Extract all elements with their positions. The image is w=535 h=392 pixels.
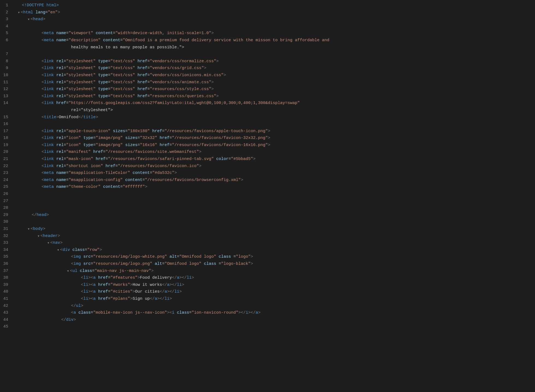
line-number: 24 (0, 177, 10, 184)
line-number: 14 (0, 100, 10, 107)
code-line: <meta name="description" content="Omnifo… (18, 37, 535, 44)
code-line: <link rel="icon" type="image/png" sizes=… (18, 142, 535, 149)
line-number: 27 (0, 198, 10, 205)
line-number: 44 (0, 317, 10, 324)
line-number: 36 (0, 261, 10, 268)
line-number (0, 44, 10, 51)
code-line: <li><a href="#cities">Our cities</a></li… (18, 289, 535, 296)
line-number: 37 (0, 268, 10, 275)
line-number: 29 (0, 212, 10, 219)
code-line: <meta name="viewport" content="width=dev… (18, 30, 535, 37)
line-number: 10 (0, 72, 10, 79)
line-number: 21 (0, 156, 10, 163)
code-line: <link rel="stylesheet" type="text/css" h… (18, 58, 535, 65)
code-line: ▼<header> (18, 233, 535, 240)
line-number: 17 (0, 128, 10, 135)
line-number: 4 (0, 23, 10, 30)
line-number: 19 (0, 142, 10, 149)
code-line: <li><a href="#features">Food delivery</a… (18, 275, 535, 282)
line-number: 23 (0, 170, 10, 177)
code-line: <link rel="stylesheet" type="text/css" h… (18, 86, 535, 93)
line-number: 43 (0, 310, 10, 317)
code-line: <link rel="icon" type="image/png" sizes=… (18, 135, 535, 142)
line-number: 9 (0, 65, 10, 72)
code-editor: 1234567891011121314151617181920212223242… (0, 0, 535, 392)
line-number: 35 (0, 254, 10, 261)
line-number: 11 (0, 79, 10, 86)
line-number: 34 (0, 247, 10, 254)
code-line: <link href="https://fonts.googleapis.com… (18, 100, 535, 107)
line-number: 16 (0, 121, 10, 128)
line-number: 20 (0, 149, 10, 156)
line-number: 7 (0, 51, 10, 58)
code-line: <link rel="stylesheet" type="text/css" h… (18, 93, 535, 100)
code-line: ▼<html lang="en"> (18, 9, 535, 16)
code-line: </div> (18, 317, 535, 324)
code-line: <li><a href="#plans">Sign up</a></li> (18, 296, 535, 303)
line-number: 5 (0, 30, 10, 37)
code-line: <meta name="theme-color" content="#fffff… (18, 184, 535, 191)
code-line (18, 323, 535, 331)
code-line: <meta name="msapplication-TileColor" con… (18, 170, 535, 177)
line-number: 38 (0, 275, 10, 282)
line-number: 2 (0, 9, 10, 16)
code-line: <link rel="mask-icon" href="/resources/f… (18, 156, 535, 163)
code-line: <li><a href="#works">How it works</a></l… (18, 282, 535, 289)
line-number: 13 (0, 93, 10, 100)
code-line (18, 121, 535, 128)
code-content[interactable]: <!DOCTYPE html>▼<html lang="en"> ▼<head>… (14, 0, 535, 392)
code-line: ▼<head> (18, 16, 535, 23)
code-line (18, 23, 535, 30)
code-line: <img src="resources/img/logo-white.png" … (18, 254, 535, 261)
code-line: ▼<body> (18, 226, 535, 233)
line-number: 1 (0, 2, 10, 9)
code-line (18, 219, 535, 226)
code-line: </ul> (18, 303, 535, 310)
line-number: 18 (0, 135, 10, 142)
line-number: 31 (0, 226, 10, 233)
code-line: <img src="resources/img/logo.png" alt="O… (18, 261, 535, 268)
code-line (18, 51, 535, 58)
line-number: 6 (0, 37, 10, 44)
line-number: 33 (0, 240, 10, 247)
line-number: 26 (0, 191, 10, 198)
line-number: 30 (0, 219, 10, 226)
code-line (18, 205, 535, 212)
code-line: <link rel="stylesheet" type="text/css" h… (18, 65, 535, 72)
line-number: 22 (0, 163, 10, 170)
code-line: healthy meals to as many people as possi… (18, 44, 535, 51)
code-line: <a class="mobile-nav-icon js--nav-icon">… (18, 310, 535, 317)
line-number: 3 (0, 16, 10, 23)
code-line: rel="stylesheet"> (18, 107, 535, 114)
line-number (0, 107, 10, 114)
line-number: 32 (0, 233, 10, 240)
code-line: <title>Omnifood</title> (18, 114, 535, 121)
line-number: 8 (0, 58, 10, 65)
line-number: 28 (0, 205, 10, 212)
code-line: <link rel="apple-touch-icon" sizes="180x… (18, 128, 535, 135)
code-line: <link rel="manifest" href="/resources/fa… (18, 149, 535, 156)
line-number: 40 (0, 289, 10, 296)
line-number: 41 (0, 296, 10, 303)
code-line: <meta name="msapplication-config" conten… (18, 177, 535, 184)
code-line: <link rel="stylesheet" type="text/css" h… (18, 79, 535, 86)
code-line: ▼<div class="row"> (18, 247, 535, 254)
code-line (18, 191, 535, 198)
line-number: 12 (0, 86, 10, 93)
code-line: </head> (18, 212, 535, 219)
code-line: ▼<ul class="main-nav js--main-nav"> (18, 268, 535, 275)
code-line: <link rel="stylesheet" type="text/css" h… (18, 72, 535, 79)
code-line (18, 198, 535, 205)
code-line: <!DOCTYPE html> (18, 2, 535, 9)
code-line: <link rel="shortcut icon" href="/resourc… (18, 163, 535, 170)
line-number: 39 (0, 282, 10, 289)
line-number: 15 (0, 114, 10, 121)
line-number: 45 (0, 323, 10, 331)
code-line: ▼<nav> (18, 240, 535, 247)
line-number: 25 (0, 184, 10, 191)
line-numbers: 1234567891011121314151617181920212223242… (0, 0, 14, 392)
line-number: 42 (0, 303, 10, 310)
